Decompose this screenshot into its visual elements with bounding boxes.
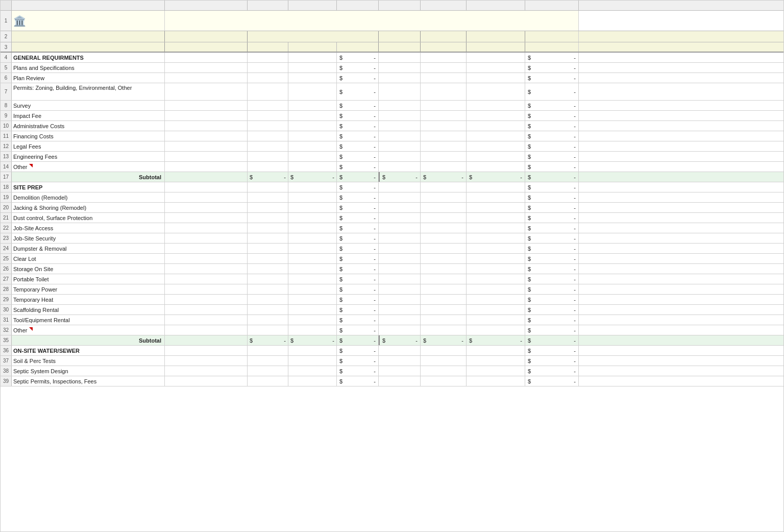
cell-h[interactable] [467,121,525,131]
cell-h[interactable] [467,295,525,304]
cell-d[interactable] [288,346,337,355]
cell-e[interactable]: $- [337,101,379,110]
cell-h[interactable] [467,274,525,284]
cell-h[interactable] [467,376,525,386]
cell-f[interactable] [379,356,421,366]
table-row[interactable]: 24 Dumpster & Removal $- $- [1,244,783,254]
table-row[interactable]: 36 ON-SITE WATER/SEWER $- $- [1,346,783,356]
cell-c[interactable] [248,295,288,304]
cell-h[interactable] [467,111,525,120]
cell-d[interactable] [288,192,337,202]
cell-h[interactable] [467,182,525,192]
cell-g[interactable]: $- [421,335,467,345]
cell-description[interactable]: Demolition (Remodel) [12,192,165,202]
cell-i[interactable]: $- [525,141,579,151]
table-row[interactable]: 26 Storage On Site $- $- [1,264,783,274]
cell-d[interactable] [288,305,337,315]
table-row[interactable]: 5 Plans and Specifications $- $- [1,63,783,73]
cell-d[interactable] [288,264,337,274]
cell-g[interactable] [421,152,467,161]
cell-d[interactable] [288,315,337,325]
cell-b[interactable] [165,254,248,263]
cell-g[interactable] [421,233,467,243]
cell-f[interactable] [379,131,421,141]
cell-b[interactable] [165,162,248,172]
cell-i[interactable]: $- [525,284,579,294]
cell-f[interactable] [379,325,421,335]
table-row[interactable]: 20 Jacking & Shoring (Remodel) $- $- [1,203,783,213]
cell-c[interactable]: $- [248,335,288,345]
cell-h[interactable] [467,162,525,172]
cell-i[interactable]: $- [525,162,579,172]
cell-h[interactable] [467,325,525,335]
cell-d[interactable] [288,244,337,253]
cell-i[interactable]: $- [525,254,579,263]
cell-c[interactable] [248,325,288,335]
cell-d[interactable] [288,223,337,233]
cell-i[interactable]: $- [525,325,579,335]
cell-g[interactable] [421,264,467,274]
cell-description[interactable]: Soil & Perc Tests [12,356,165,366]
cell-d[interactable] [288,366,337,376]
cell-g[interactable] [421,284,467,294]
cell-f[interactable] [379,162,421,172]
cell-f[interactable]: $- [379,172,421,182]
cell-c[interactable]: $- [248,172,288,182]
table-row[interactable]: 8 Survey $- $- [1,101,783,111]
cell-d[interactable] [288,295,337,304]
cell-f[interactable] [379,53,421,62]
cell-e[interactable]: $- [337,111,379,120]
cell-f[interactable] [379,274,421,284]
cell-h[interactable] [467,305,525,315]
cell-e[interactable]: $- [337,63,379,72]
cell-i[interactable]: $- [525,346,579,355]
cell-e[interactable]: $- [337,192,379,202]
cell-d[interactable] [288,325,337,335]
cell-g[interactable] [421,274,467,284]
table-row[interactable]: 38 Septic System Design $- $- [1,366,783,376]
cell-e[interactable]: $- [337,53,379,62]
cell-description[interactable]: Subtotal [12,172,165,182]
cell-f[interactable] [379,284,421,294]
cell-b[interactable] [165,233,248,243]
cell-c[interactable] [248,315,288,325]
cell-description[interactable]: Septic System Design [12,366,165,376]
table-row[interactable]: 12 Legal Fees $- $- [1,141,783,152]
cell-i[interactable]: $- [525,101,579,110]
table-row[interactable]: 18 SITE PREP $- $- [1,182,783,192]
cell-b[interactable] [165,295,248,304]
cell-h[interactable] [467,233,525,243]
cell-b[interactable] [165,172,248,182]
cell-i[interactable]: $- [525,73,579,83]
cell-h[interactable] [467,366,525,376]
cell-i[interactable]: $- [525,366,579,376]
cell-description[interactable]: Impact Fee [12,111,165,120]
cell-d[interactable] [288,162,337,172]
cell-h[interactable]: $- [467,335,525,345]
cell-b[interactable] [165,325,248,335]
cell-g[interactable] [421,53,467,62]
cell-b[interactable] [165,223,248,233]
cell-e[interactable]: $- [337,274,379,284]
cell-e[interactable]: $- [337,233,379,243]
cell-c[interactable] [248,376,288,386]
cell-c[interactable] [248,121,288,131]
cell-h[interactable] [467,63,525,72]
cell-i[interactable]: $- [525,376,579,386]
cell-description[interactable]: Plan Review [12,73,165,83]
cell-b[interactable] [165,356,248,366]
cell-description[interactable]: Temporary Heat [12,295,165,304]
cell-d[interactable] [288,182,337,192]
cell-d[interactable] [288,152,337,161]
cell-e[interactable]: $- [337,172,379,182]
cell-e[interactable]: $- [337,182,379,192]
cell-d[interactable] [288,121,337,131]
cell-b[interactable] [165,244,248,253]
cell-e[interactable]: $- [337,376,379,386]
cell-c[interactable] [248,53,288,62]
cell-f[interactable] [379,121,421,131]
cell-f[interactable] [379,152,421,161]
cell-e[interactable]: $- [337,325,379,335]
cell-c[interactable] [248,73,288,83]
cell-h[interactable] [467,264,525,274]
